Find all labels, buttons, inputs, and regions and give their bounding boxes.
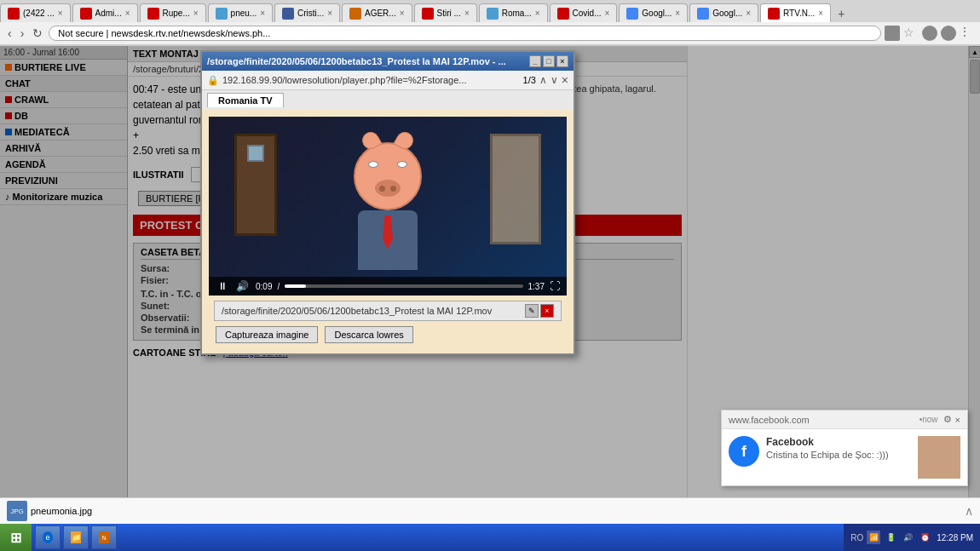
taskbar-item-explorer[interactable]: 📁 bbox=[63, 525, 89, 549]
tab-admin[interactable]: Admi... × bbox=[72, 3, 138, 22]
tab-covid[interactable]: Covid... × bbox=[550, 3, 618, 22]
system-tray: RO 📶 🔋 🔊 ⏰ bbox=[850, 531, 931, 544]
tab-stiri[interactable]: Stiri ... × bbox=[414, 3, 477, 22]
tab-2422[interactable]: (2422 ... × bbox=[0, 3, 71, 22]
tray-icon-wifi[interactable]: 📶 bbox=[867, 531, 880, 544]
tab-close-10[interactable]: × bbox=[746, 9, 751, 18]
modal-maximize-button[interactable]: □ bbox=[543, 55, 555, 67]
pig-head bbox=[354, 142, 422, 210]
play-pause-button[interactable]: ⏸ bbox=[216, 280, 229, 292]
notification-message: Cristina to Echipa de Șoc: :))) bbox=[766, 450, 911, 460]
address-bar-row: ‹ › ↻ ☆ ⋮ bbox=[0, 22, 980, 45]
pig-tie bbox=[383, 215, 393, 250]
tab-close-2[interactable]: × bbox=[193, 9, 199, 18]
modal-url: 192.168.99.90/lowresolution/player.php?f… bbox=[222, 75, 520, 85]
volume-button[interactable]: 🔊 bbox=[234, 280, 251, 292]
star-icon[interactable]: ☆ bbox=[903, 26, 919, 41]
modal-search-close-button[interactable]: × bbox=[562, 73, 568, 87]
forward-button[interactable]: › bbox=[18, 25, 27, 42]
tray-icon-volume[interactable]: 🔊 bbox=[901, 531, 914, 544]
progress-bar[interactable] bbox=[285, 284, 522, 288]
notification-close-button[interactable]: × bbox=[955, 415, 960, 425]
download-bar-close-button[interactable]: ∧ bbox=[965, 504, 973, 518]
tab-roma[interactable]: Roma... × bbox=[479, 3, 548, 22]
modal-tab-romania-tv[interactable]: Romania TV bbox=[207, 93, 284, 107]
modal-titlebar: /storage/finite/2020/05/06/1200betabc13_… bbox=[202, 52, 574, 71]
tab-close-5[interactable]: × bbox=[400, 9, 405, 18]
tab-close-4[interactable]: × bbox=[327, 9, 332, 18]
time-separator: / bbox=[277, 282, 280, 291]
notification-gear-icon[interactable]: ⚙ bbox=[943, 414, 952, 425]
pig-figure bbox=[354, 142, 422, 270]
notification-site: www.facebook.com bbox=[729, 415, 919, 425]
notification-thumbnail bbox=[918, 436, 960, 479]
tab-pneu[interactable]: pneu... × bbox=[208, 3, 273, 22]
tab-label-7: Roma... bbox=[502, 9, 532, 18]
address-input[interactable] bbox=[49, 26, 881, 41]
tab-close-7[interactable]: × bbox=[535, 9, 540, 18]
tab-rtv[interactable]: RTV.N... × bbox=[760, 3, 831, 22]
tab-favicon-7 bbox=[487, 8, 499, 20]
tab-favicon-6 bbox=[422, 8, 434, 20]
modal-prev-button[interactable]: ∧ bbox=[539, 74, 547, 86]
tab-close-3[interactable]: × bbox=[260, 9, 265, 18]
pig-ear-left bbox=[359, 129, 382, 152]
extensions-icon[interactable] bbox=[885, 26, 900, 41]
modal-tab-bar: Romania TV bbox=[202, 90, 574, 110]
tab-close-11[interactable]: × bbox=[818, 9, 823, 18]
tab-ager[interactable]: AGER... × bbox=[342, 3, 412, 22]
video-placeholder bbox=[209, 117, 567, 296]
new-tab-button[interactable]: + bbox=[833, 5, 850, 22]
windows-logo-icon: ⊞ bbox=[10, 530, 21, 546]
menu-icon[interactable]: ⋮ bbox=[960, 26, 975, 41]
notification-time: now bbox=[922, 415, 937, 424]
tab-rupe[interactable]: Rupe... × bbox=[140, 3, 206, 22]
taskbar: ⊞ e 📁 N RO 📶 🔋 🔊 ⏰ 12:28 PM bbox=[0, 524, 980, 551]
pig-eye-right bbox=[397, 161, 407, 168]
newsdesk-icon: N bbox=[99, 531, 109, 543]
refresh-button[interactable]: ↻ bbox=[30, 25, 45, 42]
modal-nav-count: 1/3 bbox=[523, 75, 536, 85]
download-bar: JPG pneumonia.jpg ∧ bbox=[0, 497, 980, 524]
fullscreen-button[interactable]: ⛶ bbox=[550, 280, 560, 292]
modal-file-path: /storage/finite/2020/05/06/1200betabc13_… bbox=[222, 306, 522, 316]
download-lowres-button[interactable]: Descarca lowres bbox=[325, 326, 412, 343]
download-item: JPG pneumonia.jpg bbox=[7, 501, 92, 521]
tab-favicon-10 bbox=[697, 8, 709, 20]
modal-file-action-1[interactable]: ✎ bbox=[525, 304, 539, 318]
taskbar-clock: 12:28 PM bbox=[937, 533, 973, 542]
reader-icon[interactable] bbox=[922, 26, 937, 41]
modal-file-delete-button[interactable]: × bbox=[540, 304, 554, 318]
tab-label-3: pneu... bbox=[231, 9, 257, 18]
modal-minimize-button[interactable]: _ bbox=[529, 55, 541, 67]
modal-next-button[interactable]: ∨ bbox=[551, 74, 558, 86]
start-button[interactable]: ⊞ bbox=[0, 524, 32, 551]
taskbar-item-ie[interactable]: e bbox=[35, 525, 61, 549]
building-door bbox=[490, 134, 541, 244]
back-button[interactable]: ‹ bbox=[5, 25, 14, 42]
modal-address-bar: 🔒 192.168.99.90/lowresolution/player.php… bbox=[202, 71, 574, 90]
notification-panel: www.facebook.com • now ⚙ × f Facebook Cr… bbox=[721, 410, 968, 486]
taskbar-right: RO 📶 🔋 🔊 ⏰ 12:28 PM bbox=[844, 524, 980, 551]
modal-content: ⏸ 🔊 0:09 / 1:37 ⛶ /s bbox=[202, 110, 574, 353]
taskbar-item-newsdesk[interactable]: N bbox=[91, 525, 117, 549]
modal-window: /storage/finite/2020/05/06/1200betabc13_… bbox=[200, 50, 575, 355]
tab-google2[interactable]: Googl... × bbox=[689, 3, 758, 22]
profile-icon[interactable] bbox=[941, 26, 956, 41]
tray-icon-battery[interactable]: 🔋 bbox=[884, 531, 897, 544]
tab-favicon-8 bbox=[557, 8, 569, 20]
progress-fill bbox=[285, 284, 306, 288]
tray-icon-clock: ⏰ bbox=[918, 531, 931, 544]
capture-image-button[interactable]: Captureaza imagine bbox=[216, 326, 318, 343]
door-background bbox=[234, 134, 277, 236]
pig-nostril-left bbox=[379, 186, 385, 192]
modal-action-row: Captureaza imagine Descarca lowres bbox=[216, 326, 560, 343]
tab-cristi[interactable]: Cristi... × bbox=[274, 3, 340, 22]
tab-close-6[interactable]: × bbox=[464, 9, 470, 18]
modal-close-button[interactable]: × bbox=[556, 55, 568, 67]
tab-close-9[interactable]: × bbox=[675, 9, 680, 18]
tab-close-8[interactable]: × bbox=[604, 9, 609, 18]
tab-close-0[interactable]: × bbox=[58, 9, 63, 18]
tab-google1[interactable]: Googl... × bbox=[619, 3, 688, 22]
tab-close-1[interactable]: × bbox=[125, 9, 130, 18]
